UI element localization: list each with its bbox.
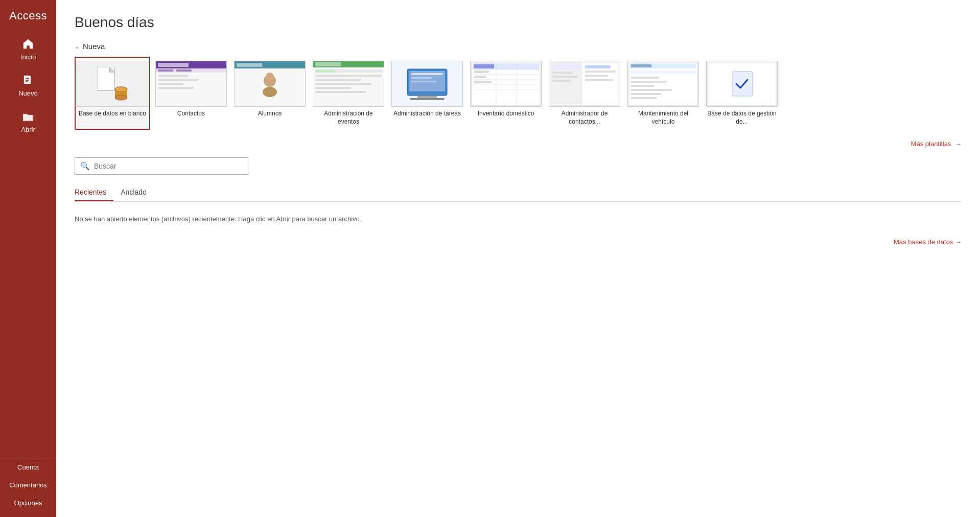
main-content: Buenos días ⌄ Nueva <box>56 0 980 517</box>
svg-rect-19 <box>158 87 194 89</box>
svg-rect-75 <box>630 70 696 74</box>
sidebar: Access Inicio Nuevo <box>0 0 56 517</box>
template-eventos[interactable]: Administración de eventos <box>311 57 386 130</box>
svg-rect-62 <box>552 64 581 69</box>
template-label-contactos: Contactos <box>177 110 205 118</box>
template-thumb-alumnos <box>234 61 306 107</box>
template-thumb-eventos <box>313 61 384 107</box>
template-inventario[interactable]: Inventario doméstico <box>468 57 544 130</box>
svg-rect-0 <box>24 76 31 84</box>
sidebar-item-abrir[interactable]: Abrir <box>0 102 56 138</box>
open-icon <box>21 109 35 124</box>
svg-rect-67 <box>585 65 611 68</box>
new-icon <box>21 73 35 87</box>
template-blank[interactable]: Base de datos en blanco <box>75 57 150 130</box>
svg-rect-68 <box>585 70 616 73</box>
empty-state-text: No se han abierto elementos (archivos) r… <box>75 211 962 227</box>
svg-rect-34 <box>315 83 371 85</box>
template-label-gestion: Base de datos de gestión de... <box>707 110 777 126</box>
svg-point-24 <box>263 87 277 97</box>
svg-rect-36 <box>315 91 366 93</box>
more-templates-label: Más plantillas <box>911 140 951 148</box>
template-thumb-contactos <box>155 61 227 107</box>
svg-rect-56 <box>474 70 489 73</box>
svg-rect-32 <box>315 75 382 77</box>
template-label-admin-contactos: Administrador de contactos... <box>550 110 619 126</box>
arrow-right-dbs-icon: → <box>955 238 962 246</box>
svg-rect-85 <box>732 72 753 96</box>
svg-rect-22 <box>237 63 262 67</box>
svg-point-8 <box>115 95 127 100</box>
more-dbs-link[interactable]: Más bases de datos → <box>894 238 962 246</box>
arrow-right-icon: → <box>955 140 962 148</box>
svg-rect-16 <box>158 75 189 77</box>
svg-rect-30 <box>315 69 335 73</box>
template-alumnos[interactable]: Alumnos <box>232 57 308 130</box>
search-bar: 🔍 <box>75 157 248 175</box>
svg-rect-77 <box>631 77 659 79</box>
svg-rect-66 <box>584 64 618 104</box>
svg-rect-55 <box>474 64 494 68</box>
template-gestion[interactable]: Base de datos de gestión de... <box>704 57 780 130</box>
sidebar-item-opciones[interactable]: Opciones <box>0 494 56 512</box>
svg-rect-63 <box>552 72 573 74</box>
svg-rect-42 <box>411 73 443 75</box>
svg-rect-78 <box>631 81 667 83</box>
svg-rect-82 <box>631 97 657 99</box>
svg-rect-31 <box>336 69 355 73</box>
sidebar-nav: Inicio Nuevo Abrir <box>0 30 56 458</box>
template-thumb-blank <box>77 61 148 107</box>
svg-rect-80 <box>631 89 672 91</box>
svg-rect-57 <box>474 76 486 78</box>
home-icon <box>21 37 35 51</box>
svg-rect-41 <box>410 98 445 100</box>
svg-rect-70 <box>585 79 613 81</box>
svg-rect-12 <box>158 63 189 67</box>
tab-anclado[interactable]: Anclado <box>121 185 154 201</box>
sidebar-item-label-inicio: Inicio <box>20 53 36 61</box>
svg-rect-17 <box>158 79 199 81</box>
svg-rect-14 <box>158 69 173 72</box>
template-label-mantenimiento: Mantenimiento del vehículo <box>628 110 698 126</box>
more-dbs-container: Más bases de datos → <box>75 237 962 246</box>
template-thumb-inventario <box>470 61 542 107</box>
section-nueva-header: ⌄ Nueva <box>75 42 962 51</box>
template-thumb-gestion <box>706 61 778 107</box>
template-label-eventos: Administración de eventos <box>314 110 383 126</box>
more-templates-link[interactable]: Más plantillas → <box>911 140 962 148</box>
app-title: Access <box>0 0 56 30</box>
template-mantenimiento[interactable]: Mantenimiento del vehículo <box>625 57 701 130</box>
chevron-down-icon: ⌄ <box>75 43 80 50</box>
svg-rect-81 <box>631 93 662 95</box>
sidebar-item-nuevo[interactable]: Nuevo <box>0 66 56 102</box>
svg-rect-15 <box>176 69 192 72</box>
svg-rect-58 <box>474 81 492 83</box>
sidebar-item-inicio[interactable]: Inicio <box>0 30 56 66</box>
template-contactos[interactable]: Contactos <box>153 57 229 130</box>
template-label-inventario: Inventario doméstico <box>478 110 534 118</box>
template-label-tareas: Administración de tareas <box>393 110 461 118</box>
template-tareas[interactable]: Administración de tareas <box>389 57 465 130</box>
page-title: Buenos días <box>75 14 962 31</box>
template-thumb-mantenimiento <box>627 61 699 107</box>
svg-rect-44 <box>411 81 437 82</box>
templates-grid: Base de datos en blanco Contactos <box>75 57 962 130</box>
search-input[interactable] <box>94 162 243 170</box>
svg-rect-65 <box>552 80 570 82</box>
more-dbs-label: Más bases de datos <box>894 238 953 246</box>
template-thumb-tareas <box>391 61 463 107</box>
svg-rect-74 <box>631 64 651 67</box>
tab-recientes[interactable]: Recientes <box>75 185 113 201</box>
svg-rect-79 <box>631 85 654 87</box>
sidebar-item-label-nuevo: Nuevo <box>18 89 38 97</box>
svg-rect-69 <box>585 75 608 77</box>
svg-rect-64 <box>552 76 578 78</box>
more-templates-container: Más plantillas → <box>75 139 962 148</box>
svg-rect-28 <box>315 62 341 66</box>
template-thumb-admin-contactos <box>549 61 620 107</box>
sidebar-item-comentarios[interactable]: Comentarios <box>0 476 56 494</box>
section-nueva-label: Nueva <box>83 42 105 51</box>
svg-point-9 <box>115 87 127 92</box>
template-admin-contactos[interactable]: Administrador de contactos... <box>547 57 622 130</box>
sidebar-item-cuenta[interactable]: Cuenta <box>0 458 56 476</box>
